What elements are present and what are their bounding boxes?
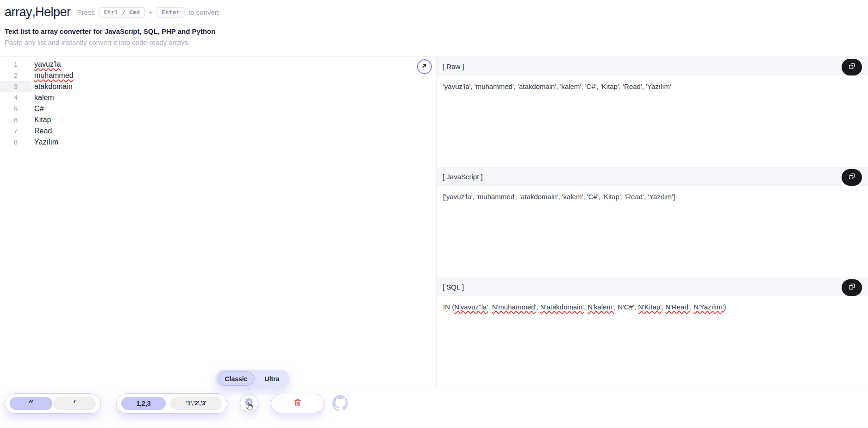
ctrl-cmd-key-badge: Ctrl / Cmd [99, 7, 145, 18]
line-number: 5 [0, 103, 31, 114]
sql-fragment: , [614, 303, 618, 311]
editor-line-text: kalem [34, 94, 54, 101]
sql-output-panel: [ SQL ] IN (N'yavuz''la', N'muhammed', N… [437, 277, 868, 388]
sql-fragment: N'yavuz''la' [454, 303, 488, 311]
copy-raw-button[interactable] [842, 59, 862, 76]
list-input-editor[interactable]: 1 2 3 4 5 6 7 8 yavuz'la muhammed atakdo… [0, 57, 437, 388]
line-number: 8 [0, 137, 31, 148]
app-header: array,Helper Press Ctrl / Cmd + Enter to… [5, 5, 219, 19]
enter-key-badge: Enter [156, 7, 185, 18]
copy-sql-button[interactable] [842, 279, 862, 296]
page-tagline: Paste any list and instantly convert it … [5, 38, 190, 46]
line-number-active: 3 [0, 81, 31, 92]
copy-icon [848, 172, 856, 183]
editor-line-text: muhammed [34, 71, 73, 79]
settings-button[interactable] [240, 394, 258, 412]
sql-fragment: , [690, 303, 693, 311]
line-number: 4 [0, 92, 31, 103]
line-number: 1 [0, 59, 31, 70]
editor-line[interactable]: C# [34, 103, 436, 114]
editor-line-text: Kitap [34, 116, 51, 124]
copy-icon [848, 62, 856, 72]
numbers-plain-button[interactable]: 1,2,3 [121, 397, 166, 410]
number-format-toggle: 1,2,3 '1','2','3' [116, 393, 227, 414]
github-link[interactable] [332, 395, 349, 411]
app-title-comma: , [32, 5, 35, 19]
sql-fragment: , [584, 303, 587, 311]
editor-line[interactable]: muhammed [34, 70, 436, 81]
editor-line[interactable]: Read [34, 126, 436, 137]
app-title-helper: Helper [35, 5, 71, 19]
editor-line[interactable]: yavuz'la [34, 59, 436, 70]
output-panels: [ Raw ] 'yavuz'la', 'muhammed', 'atakdom… [437, 57, 868, 388]
editor-line-text: atakdomain [34, 82, 73, 90]
page-subtitle: Text list to array converter for JavaScr… [5, 27, 215, 35]
app-title: array,Helper [5, 5, 71, 19]
sql-fragment: N'Read' [665, 303, 689, 311]
arrow-up-right-icon [421, 62, 428, 71]
quote-style-toggle: “ ‘ [5, 393, 101, 414]
clear-button[interactable] [271, 394, 324, 413]
sql-fragment: IN ( [443, 303, 454, 311]
numbers-quoted-button[interactable]: '1','2','3' [170, 397, 222, 410]
gear-icon [244, 397, 254, 409]
shortcut-hint: Press Ctrl / Cmd + Enter to convert [77, 7, 219, 18]
trash-icon [293, 398, 302, 409]
github-icon [332, 405, 349, 413]
sql-fragment: N'Kitap' [638, 303, 662, 311]
sql-fragment: ) [724, 303, 726, 311]
copy-icon [848, 283, 856, 293]
mode-classic-button[interactable]: Classic [218, 371, 255, 386]
hint-convert-label: to convert [188, 8, 219, 16]
raw-output-panel: [ Raw ] 'yavuz'la', 'muhammed', 'atakdom… [437, 57, 868, 167]
editor-line-text: Read [34, 127, 52, 135]
line-number-gutter: 1 2 3 4 5 6 7 8 [0, 57, 31, 388]
sql-fragment: N'Yazılım' [693, 303, 724, 311]
editor-line[interactable]: kalem [34, 92, 436, 103]
sql-fragment: , [634, 303, 638, 311]
sql-fragment: N'muhammed' [492, 303, 537, 311]
javascript-panel-title: [ JavaScript ] [437, 167, 868, 186]
sql-fragment: N'C#' [618, 303, 634, 311]
raw-panel-title: [ Raw ] [437, 57, 868, 76]
editor-line-text: C# [34, 105, 44, 113]
sql-fragment: N'atakdomain' [540, 303, 584, 311]
line-number: 2 [0, 70, 31, 81]
line-number: 6 [0, 114, 31, 126]
javascript-output-text: ['yavuz'la', 'muhammed', 'atakdomain', '… [437, 186, 868, 208]
convert-arrow-button[interactable] [417, 59, 432, 74]
editor-line-text: Yazılım [34, 138, 58, 146]
main-area: 1 2 3 4 5 6 7 8 yavuz'la muhammed atakdo… [0, 57, 868, 388]
sql-fragment: , [536, 303, 540, 311]
hint-press-label: Press [77, 8, 95, 16]
mode-toggle: Classic Ultra [215, 370, 289, 388]
array-helper-app: array,Helper Press Ctrl / Cmd + Enter to… [0, 0, 868, 428]
editor-line[interactable]: Kitap [34, 114, 436, 126]
double-quote-button[interactable]: “ [10, 397, 52, 410]
line-number: 7 [0, 126, 31, 137]
sql-panel-title: [ SQL ] [437, 277, 868, 296]
hint-plus-label: + [149, 8, 153, 16]
raw-output-text: 'yavuz'la', 'muhammed', 'atakdomain', 'k… [437, 76, 868, 98]
single-quote-button[interactable]: ‘ [53, 397, 96, 410]
sql-fragment: N'kalem' [587, 303, 614, 311]
app-title-array: array [5, 5, 32, 19]
javascript-output-panel: [ JavaScript ] ['yavuz'la', 'muhammed', … [437, 167, 868, 277]
editor-text-area[interactable]: yavuz'la muhammed atakdomain kalem C# Ki… [31, 57, 436, 388]
editor-line[interactable]: Yazılım [34, 137, 436, 148]
editor-line-text: yavuz'la [34, 60, 61, 68]
sql-output-text: IN (N'yavuz''la', N'muhammed', N'atakdom… [437, 296, 868, 318]
sql-fragment: , [488, 303, 492, 311]
mode-ultra-button[interactable]: Ultra [255, 375, 289, 383]
editor-line[interactable]: atakdomain [34, 81, 436, 92]
copy-javascript-button[interactable] [842, 169, 862, 186]
